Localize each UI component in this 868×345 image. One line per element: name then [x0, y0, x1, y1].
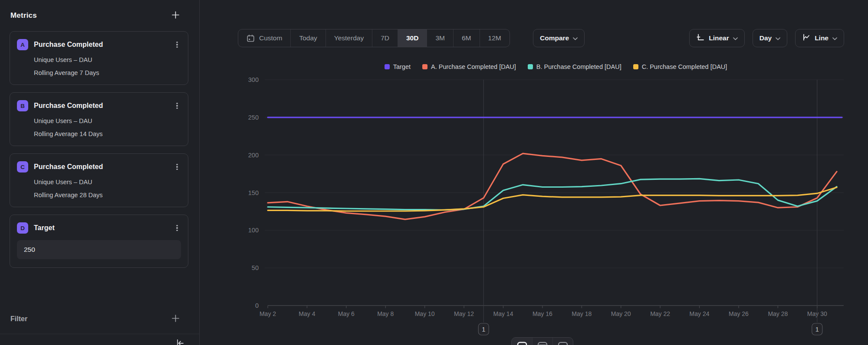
metric-letter-badge: C: [17, 161, 28, 172]
date-range-control: Custom Today Yesterday 7D 30D 3M 6M 12M: [238, 29, 510, 47]
collapse-sidebar-icon: [175, 338, 185, 345]
metric-card-target[interactable]: D Target 250: [10, 215, 188, 268]
legend-swatch: [528, 64, 533, 69]
metric-letter-badge: B: [17, 100, 28, 111]
sidebar-footer: [0, 334, 199, 345]
range-label: 30D: [406, 34, 418, 42]
sidebar-header: Metrics: [0, 0, 199, 20]
compare-label: Compare: [540, 34, 569, 42]
metric-transform[interactable]: Rolling Average 28 Days: [34, 192, 181, 199]
range-label: 7D: [381, 34, 389, 42]
range-label: 3M: [435, 34, 445, 42]
chart-type-selector-button[interactable]: Line: [795, 29, 844, 47]
target-value-input[interactable]: 250: [17, 240, 181, 259]
chart-type-label: Line: [815, 34, 829, 42]
metric-card-b[interactable]: B Purchase Completed Unique Users – DAU …: [10, 92, 188, 146]
granularity-selector-button[interactable]: Day: [753, 29, 787, 47]
filter-section: Filter: [10, 315, 179, 323]
scale-selector-button[interactable]: Linear: [689, 29, 745, 47]
axis-icon: [696, 33, 705, 43]
kebab-menu-icon[interactable]: [173, 40, 181, 49]
range-6m[interactable]: 6M: [453, 29, 480, 47]
legend-label: C. Purchase Completed [DAU]: [642, 63, 727, 70]
chevron-down-icon: [573, 34, 578, 42]
range-label: 12M: [488, 34, 501, 42]
metric-title: Purchase Completed: [34, 163, 173, 171]
table-view-button[interactable]: [532, 338, 552, 345]
chart-display-controls: Linear Day Line: [689, 29, 844, 47]
board-view-icon: [558, 342, 568, 345]
plus-icon: [172, 315, 179, 323]
legend-item-target[interactable]: Target: [385, 63, 411, 70]
range-label: 6M: [462, 34, 471, 42]
metrics-dashboard: { "sidebar": { "title": "Metrics", "add_…: [0, 0, 868, 345]
metric-transform[interactable]: Rolling Average 14 Days: [34, 130, 181, 137]
calendar-icon: [247, 34, 255, 42]
metric-card-header: D Target: [17, 222, 181, 234]
plus-icon: [172, 11, 179, 20]
metric-title: Target: [34, 224, 173, 232]
chevron-down-icon: [733, 34, 738, 42]
sidebar-title: Metrics: [10, 11, 37, 20]
chart-view-icon: [517, 342, 527, 345]
table-view-icon: [537, 342, 548, 345]
metric-card-header: A Purchase Completed: [17, 39, 181, 50]
add-filter-button[interactable]: [172, 315, 179, 323]
scale-label: Linear: [709, 34, 729, 42]
range-3m[interactable]: 3M: [427, 29, 453, 47]
chart-view-button[interactable]: [512, 338, 532, 345]
range-yesterday[interactable]: Yesterday: [326, 29, 372, 47]
metric-measure[interactable]: Unique Users – DAU: [34, 179, 181, 186]
collapse-sidebar-button[interactable]: [175, 338, 185, 345]
range-label: Today: [299, 34, 317, 42]
legend-swatch: [385, 64, 390, 69]
metric-measure[interactable]: Unique Users – DAU: [34, 56, 181, 63]
metric-title: Purchase Completed: [34, 102, 173, 110]
legend-label: Target: [393, 63, 411, 70]
metric-letter-badge: A: [17, 39, 28, 50]
granularity-label: Day: [760, 34, 772, 42]
metric-card-c[interactable]: C Purchase Completed Unique Users – DAU …: [10, 153, 188, 207]
legend-label: B. Purchase Completed [DAU]: [536, 63, 621, 70]
board-view-button[interactable]: [552, 338, 573, 345]
range-label: Yesterday: [334, 34, 364, 42]
view-toggle-control: [511, 337, 573, 345]
add-metric-button[interactable]: [172, 11, 179, 20]
legend-item-c[interactable]: C. Purchase Completed [DAU]: [633, 63, 727, 70]
metric-card-a[interactable]: A Purchase Completed Unique Users – DAU …: [10, 31, 188, 85]
metric-measure[interactable]: Unique Users – DAU: [34, 117, 181, 124]
metric-card-header: C Purchase Completed: [17, 161, 181, 172]
kebab-menu-icon[interactable]: [173, 101, 181, 110]
kebab-menu-icon[interactable]: [173, 224, 181, 232]
compare-button[interactable]: Compare: [533, 29, 585, 47]
metric-card-header: B Purchase Completed: [17, 100, 181, 111]
metric-title: Purchase Completed: [34, 41, 173, 49]
chevron-down-icon: [776, 34, 780, 42]
range-30d[interactable]: 30D: [398, 29, 427, 47]
range-custom[interactable]: Custom: [238, 29, 290, 47]
range-label: Custom: [259, 34, 282, 42]
legend-item-a[interactable]: A. Purchase Completed [DAU]: [422, 63, 516, 70]
range-12m[interactable]: 12M: [480, 29, 510, 47]
chart-panel: Custom Today Yesterday 7D 30D 3M 6M 12M …: [200, 0, 868, 345]
range-7d[interactable]: 7D: [372, 29, 398, 47]
range-today[interactable]: Today: [290, 29, 325, 47]
metrics-sidebar: Metrics A Purchase Completed Unique User…: [0, 0, 200, 345]
legend-swatch: [633, 64, 638, 69]
chart-legend: Target A. Purchase Completed [DAU] B. Pu…: [268, 63, 844, 70]
metric-transform[interactable]: Rolling Average 7 Days: [34, 69, 181, 76]
kebab-menu-icon[interactable]: [173, 163, 181, 171]
legend-label: A. Purchase Completed [DAU]: [431, 63, 516, 70]
line-chart-icon: [802, 33, 811, 43]
metric-letter-badge: D: [17, 222, 28, 234]
legend-swatch: [422, 64, 427, 69]
filter-label: Filter: [10, 315, 27, 323]
chevron-down-icon: [832, 34, 837, 42]
legend-item-b[interactable]: B. Purchase Completed [DAU]: [528, 63, 621, 70]
